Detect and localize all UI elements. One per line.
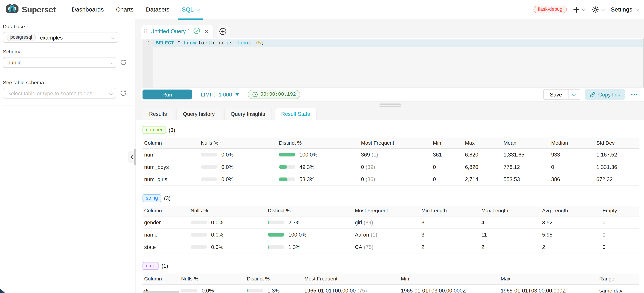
table-cell: same day [598,284,639,293]
column-header: Distinct % [266,206,353,216]
stats-section-date: date(1)ColumnNulls %Distinct %Most Frequ… [142,262,644,293]
table-cell: 3 [420,228,480,241]
divider [3,106,132,106]
percent-bar [279,177,296,181]
top-navbar: Superset Dashboards Charts Datasets SQL … [0,0,644,19]
limit-dropdown[interactable]: LIMIT: 1 000 [201,92,240,98]
table-cell: 1965-01-01T03:00:00.000Z [499,284,598,293]
database-select[interactable]: postgresql examples [3,32,118,43]
table-cell: 11 [480,228,540,241]
nav-datasets[interactable]: Datasets [140,0,176,19]
table-row: num0.0%100.0%369(1)3616,8201,331.659331,… [142,148,639,160]
sun-icon [592,6,598,13]
percent-bar [190,233,207,236]
theme-menu[interactable] [592,6,604,13]
copy-link-button[interactable]: Copy link [585,89,625,100]
percent-bar [201,177,217,181]
tab-query-history[interactable]: Query history [176,108,221,120]
nav-charts[interactable]: Charts [110,0,140,19]
column-header: Nulls % [199,138,277,148]
refresh-tables-icon[interactable] [120,90,126,96]
save-options-button[interactable] [568,90,580,99]
chevron-down-icon [635,7,639,10]
engine-tag: postgresql [6,34,36,41]
table-cell: num_girls [142,173,199,185]
save-button[interactable]: Save [544,90,568,99]
column-header: Distinct % [245,274,303,284]
editor-body[interactable]: SELECT * from birth_names limit 75; [153,40,644,88]
plus-circle-icon [220,28,226,35]
column-header: Max [499,274,598,284]
query-tab-bar: Untitled Query 1 [141,24,644,38]
column-header: Range [598,274,639,284]
table-row: ds0.0%1.3%1965-01-01T00:00:00(75)1965-01… [142,284,639,293]
horizontal-scrollbar-thumb[interactable] [143,291,179,293]
table-cell: 2 [480,241,540,253]
table-cell: 553.53 [502,173,550,185]
new-item-menu[interactable] [574,6,585,12]
table-cell: 672.32 [595,173,639,185]
new-query-tab-button[interactable] [216,24,230,38]
drag-grip-icon[interactable] [144,29,147,34]
table-cell: 6,820 [463,160,502,173]
query-tab[interactable]: Untitled Query 1 [141,24,214,38]
column-header: Min [399,274,499,284]
table-cell: 1,331.36 [595,160,639,173]
column-header: Most Frequent [303,274,399,284]
column-header: Avg Length [540,206,601,216]
table-cell: 0 [431,173,463,185]
column-header: Most Frequent [353,206,420,216]
column-header: Empty [601,206,639,216]
table-cell: num [142,148,199,160]
table-row: num_girls0.0%53.3%0(36)02,714553.5338667… [142,173,639,185]
results-tab-bar: Results Query history Query Insights Res… [142,108,316,120]
type-tag: string [142,194,161,202]
chevron-left-icon [130,155,133,159]
column-header: Most Frequent [359,138,431,148]
sql-token [252,40,255,46]
percent-bar [268,245,284,249]
table-cell: 386 [550,173,595,185]
refresh-schemas-icon[interactable] [120,59,126,66]
schema-select[interactable]: public [3,57,116,68]
table-row: name0.0%100.0%Aaron(1)3115.950 [142,228,639,241]
column-header: Column [142,206,189,216]
tab-query-insights[interactable]: Query Insights [224,108,272,120]
sql-token: limit [236,40,252,46]
sql-editor[interactable]: 1 SELECT * from birth_names limit 75; Ru… [141,38,644,102]
table-cell: 369(1) [359,148,431,160]
pane-resize-handle[interactable] [379,104,401,108]
sql-token: birth_names [196,40,233,46]
sql-token [180,40,183,46]
percent-bar [201,165,217,169]
chevron-down-icon [109,61,113,64]
save-split-button: Save [543,89,580,100]
column-count: (3) [164,195,170,201]
sql-token: * [177,40,180,46]
schema-label: Schema [3,49,132,54]
table-cell: 361 [431,148,463,160]
settings-menu[interactable]: Settings [611,6,638,13]
tab-result-stats[interactable]: Result Stats [274,108,316,120]
nav-dashboards[interactable]: Dashboards [66,0,110,19]
table-cell: 1,167.52 [595,148,639,160]
elapsed-timer: 00:00:00.192 [248,90,300,99]
chevron-down-icon [582,7,586,10]
more-actions-button[interactable] [630,92,638,97]
run-button[interactable]: Run [142,90,192,99]
table-select[interactable]: Select table or type to search tables [3,88,116,98]
nav-sql[interactable]: SQL [176,0,206,19]
table-cell: 1.3% [245,284,303,293]
close-tab-icon[interactable] [204,28,208,35]
table-cell: 0(36) [359,173,431,185]
table-cell: 1,331.65 [502,148,550,160]
environment-badge: flask-debug [534,6,567,13]
editor-toolbar: Run LIMIT: 1 000 00:00:00.192 Save [141,88,644,102]
superset-brand[interactable]: Superset [6,3,56,16]
chevron-down-icon [196,7,200,10]
percent-bar [268,233,284,236]
sidebar-scrollbar-thumb[interactable] [134,149,136,165]
column-header: Nulls % [189,206,266,216]
tab-results[interactable]: Results [142,108,174,120]
table-cell: 100.0% [266,228,353,241]
